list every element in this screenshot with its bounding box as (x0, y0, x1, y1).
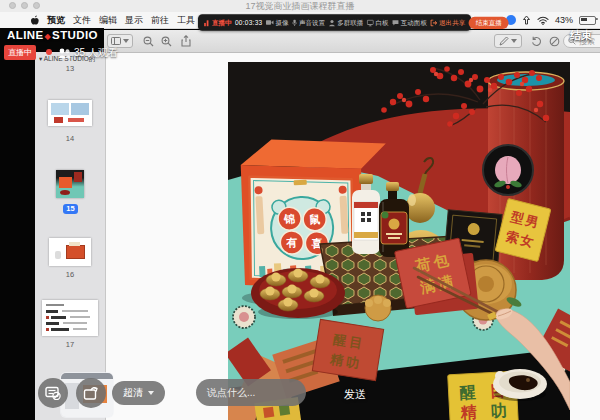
soy-sauce-dish (493, 369, 547, 401)
svg-text:醒: 醒 (459, 382, 477, 402)
exit-icon (430, 19, 437, 26)
menu-preview[interactable]: 预览 (47, 14, 65, 27)
slide-photo: 锦 鼠 有 喜 (228, 62, 570, 420)
whiteboard-icon (367, 19, 374, 26)
brand-right: STUDIO (52, 29, 98, 41)
end-live-button[interactable]: 结束直播 (469, 16, 509, 28)
brand-left: ALINE (7, 29, 44, 41)
vase-medallion (483, 145, 533, 195)
page-number-17: 17 (35, 340, 105, 349)
audio-settings-button[interactable]: 声音设置 (292, 18, 325, 27)
page-number-13: 13 (35, 64, 105, 73)
plate-of-gold-ingots (251, 268, 345, 319)
microphone-icon (292, 19, 297, 26)
markup-button[interactable] (494, 34, 522, 48)
svg-text:锦: 锦 (283, 212, 296, 226)
menu-file[interactable]: 文件 (73, 14, 91, 27)
zoom-out-button[interactable] (139, 34, 157, 48)
brand-logo: ALINE◆STUDIO (7, 29, 98, 41)
share-button[interactable] (177, 34, 195, 48)
sidebar-view-icon (111, 37, 121, 45)
svg-text:精: 精 (459, 402, 477, 420)
thumbnail-page-16[interactable] (49, 238, 91, 266)
multigroup-button[interactable]: 多群联播 (329, 18, 364, 27)
chevron-down-icon (511, 39, 517, 43)
desktop-background (0, 28, 35, 420)
rotate-button[interactable] (527, 34, 545, 48)
rotate-left-icon (531, 36, 542, 47)
battery-percent: 43% (555, 15, 573, 25)
menu-edit[interactable]: 编辑 (99, 14, 117, 27)
menu-go[interactable]: 前往 (151, 14, 169, 27)
menu-tools[interactable]: 工具 (177, 14, 195, 27)
stream-control-bar: 直播中 00:03:33 摄像 声音设置 多群联播 白板 互动面板 退出共享 结… (198, 14, 471, 31)
preview-sidebar: ▾ ALINE STUDIO的 13 14 15 16 17 (35, 52, 106, 420)
chat-input[interactable]: 说点什么... (196, 379, 306, 406)
zoom-in-button[interactable] (157, 34, 175, 48)
wifi-icon[interactable] (537, 16, 549, 25)
minimize-window-button[interactable] (21, 2, 28, 9)
gold-pastry (365, 295, 391, 321)
battery-icon (579, 16, 596, 25)
chat-placeholder: 说点什么... (207, 386, 255, 400)
exit-share-button[interactable]: 退出共享 (430, 18, 465, 27)
delete-icon (549, 36, 560, 47)
camera-button[interactable]: 摄像 (266, 18, 289, 27)
quality-label: 超清 (123, 386, 143, 400)
thumbnail-page-14[interactable] (48, 100, 92, 126)
menu-view[interactable]: 显示 (125, 14, 143, 27)
person-icon (329, 19, 336, 26)
window-share-button[interactable] (76, 378, 106, 408)
page-number-16: 16 (35, 270, 105, 279)
interaction-panel-button[interactable]: 互动面板 (392, 18, 427, 27)
camera-icon (266, 19, 274, 25)
live-badge: 直播中 (4, 45, 36, 60)
chat-bubble-icon (392, 19, 399, 26)
viewer-count: 35 人观看 (58, 46, 118, 60)
end-button[interactable]: 结束 (570, 28, 592, 43)
switch-window-icon (83, 386, 99, 401)
chevron-down-icon (148, 391, 154, 395)
quality-button[interactable]: 超清 (112, 381, 165, 405)
apple-menu-icon[interactable] (30, 15, 39, 25)
svg-text:鼠: 鼠 (309, 213, 321, 227)
stream-timer: 00:03:33 (235, 19, 263, 27)
send-button[interactable]: 发送 (344, 387, 366, 402)
delete-button[interactable] (545, 34, 563, 48)
thumbnail-page-17[interactable] (42, 300, 98, 336)
share-icon (181, 35, 191, 47)
close-window-button[interactable] (9, 2, 16, 9)
chat-overlay-toggle-button[interactable] (38, 378, 68, 408)
live-signal-icon (204, 19, 210, 26)
page-number-15-selected: 15 (63, 204, 78, 214)
page-number-14: 14 (35, 134, 105, 143)
thumbnail-page-15[interactable] (56, 170, 84, 198)
whiteboard-button[interactable]: 白板 (367, 18, 389, 27)
window-title: 17视觉商业插画课程群直播 (0, 0, 600, 12)
zoom-out-icon (143, 36, 154, 47)
upload-status-icon[interactable] (522, 15, 531, 25)
live-status: 直播中 (204, 18, 231, 27)
record-dot-icon (46, 49, 52, 55)
zoom-window-button[interactable] (33, 2, 40, 9)
brand-mark-icon: ◆ (45, 32, 52, 41)
viewers-icon (58, 48, 71, 58)
chevron-down-icon (123, 39, 129, 43)
preview-toolbar: 搜索 (35, 30, 600, 53)
comment-off-icon (45, 386, 61, 400)
svg-text:叻: 叻 (490, 401, 507, 420)
svg-text:有: 有 (285, 236, 298, 250)
markup-pen-icon (499, 36, 509, 46)
zoom-in-icon (161, 36, 172, 47)
